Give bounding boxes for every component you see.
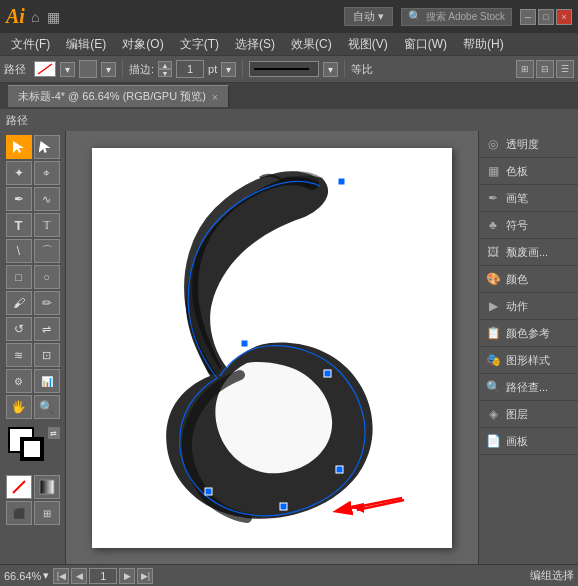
panel-actions[interactable]: ▶ 动作 xyxy=(479,293,578,320)
pencil-tool[interactable]: ✏ xyxy=(34,291,60,315)
next-page-button[interactable]: ▶ xyxy=(119,568,135,584)
stroke-unit-dropdown[interactable]: ▾ xyxy=(221,62,236,77)
menu-help[interactable]: 帮助(H) xyxy=(456,34,511,55)
zoom-tool[interactable]: 🔍 xyxy=(34,395,60,419)
paintbrush-tool[interactable]: 🖌 xyxy=(6,291,32,315)
panel-pathfinder-label: 路径查... xyxy=(506,380,548,395)
stroke-color-swatch[interactable] xyxy=(20,437,44,461)
type-vertical-tool[interactable]: 𝕋 xyxy=(34,213,60,237)
maximize-button[interactable]: □ xyxy=(538,9,554,25)
distribute-icon[interactable]: ☰ xyxy=(556,60,574,78)
panel-transparency-label: 透明度 xyxy=(506,137,539,152)
line-tools: \ ⌒ xyxy=(6,239,60,263)
tool-options-bar: 路径 ▾ ▾ 描边: ▲ ▼ 1 pt ▾ ▾ 等比 ⊞ ⊟ ☰ xyxy=(0,55,578,83)
graph-tool[interactable]: 📊 xyxy=(34,369,60,393)
minimize-button[interactable]: ─ xyxy=(520,9,536,25)
rectangle-tool[interactable]: □ xyxy=(6,265,32,289)
stroke-line-dropdown[interactable]: ▾ xyxy=(323,62,338,77)
auto-dropdown[interactable]: 自动 ▾ xyxy=(344,7,393,26)
warp-tool[interactable]: ≋ xyxy=(6,343,32,367)
stroke-value[interactable]: 1 xyxy=(176,60,204,78)
free-transform-tool[interactable]: ⊡ xyxy=(34,343,60,367)
menu-edit[interactable]: 编辑(E) xyxy=(59,34,113,55)
ellipse-tool[interactable]: ○ xyxy=(34,265,60,289)
page-nav: |◀ ◀ 1 ▶ ▶| xyxy=(53,568,153,584)
rotate-tool[interactable]: ↺ xyxy=(6,317,32,341)
panel-pathfinder[interactable]: 🔍 路径查... xyxy=(479,374,578,401)
menu-file[interactable]: 文件(F) xyxy=(4,34,57,55)
magic-wand-tool[interactable]: ✦ xyxy=(6,161,32,185)
arc-tool[interactable]: ⌒ xyxy=(34,239,60,263)
color-swatches: ⇄ xyxy=(6,427,60,471)
menu-object[interactable]: 对象(O) xyxy=(115,34,170,55)
view-tools: 🖐 🔍 xyxy=(6,395,60,419)
search-bar[interactable]: 🔍 搜索 Adobe Stock xyxy=(401,8,512,26)
panel-color-guide-label: 颜色参考 xyxy=(506,326,550,341)
zoom-indicator[interactable]: 66.64% ▾ xyxy=(4,569,49,582)
direct-selection-tool[interactable] xyxy=(34,135,60,159)
shape-option[interactable] xyxy=(79,60,97,78)
home-icon[interactable]: ⌂ xyxy=(31,9,39,25)
panel-color-label: 颜色 xyxy=(506,272,528,287)
anchor-point xyxy=(324,370,331,377)
menu-view[interactable]: 视图(V) xyxy=(341,34,395,55)
line-segment-tool[interactable]: \ xyxy=(6,239,32,263)
zoom-dropdown-arrow: ▾ xyxy=(43,569,49,582)
first-page-button[interactable]: |◀ xyxy=(53,568,69,584)
breadcrumb-text: 路径 xyxy=(6,113,28,128)
panel-brushes-label: 画笔 xyxy=(506,191,528,206)
prev-page-button[interactable]: ◀ xyxy=(71,568,87,584)
selection-tool[interactable] xyxy=(6,135,32,159)
screen-mode-button[interactable]: ⬛ xyxy=(6,501,32,525)
menu-window[interactable]: 窗口(W) xyxy=(397,34,454,55)
panel-color-guide[interactable]: 📋 颜色参考 xyxy=(479,320,578,347)
panel-layers[interactable]: ◈ 图层 xyxy=(479,401,578,428)
panel-swatches[interactable]: ▦ 色板 xyxy=(479,158,578,185)
panel-symbols[interactable]: ♣ 符号 xyxy=(479,212,578,239)
anchor-point xyxy=(338,178,345,185)
symbol-tool[interactable]: ⚙ xyxy=(6,369,32,393)
align-horizontal-icon[interactable]: ⊞ xyxy=(516,60,534,78)
panel-decay[interactable]: 🖼 颓废画... xyxy=(479,239,578,266)
document-tab[interactable]: 未标题-4* @ 66.64% (RGB/GPU 预览) × xyxy=(8,85,229,107)
curvature-tool[interactable]: ∿ xyxy=(34,187,60,211)
shape-dropdown[interactable]: ▾ xyxy=(101,62,116,77)
panel-artboards[interactable]: 📄 画板 xyxy=(479,428,578,455)
menu-select[interactable]: 选择(S) xyxy=(228,34,282,55)
panel-icon[interactable]: ▦ xyxy=(47,9,60,25)
last-page-button[interactable]: ▶| xyxy=(137,568,153,584)
anchor-point xyxy=(336,466,343,473)
menu-type[interactable]: 文字(T) xyxy=(173,34,226,55)
status-info: 编组选择 xyxy=(530,568,574,583)
pattern-button[interactable]: ⊞ xyxy=(34,501,60,525)
page-number[interactable]: 1 xyxy=(89,568,117,584)
panel-brushes[interactable]: ✒ 画笔 xyxy=(479,185,578,212)
gradient-button[interactable] xyxy=(34,475,60,499)
magic-tools: ✦ ⌖ xyxy=(6,161,60,185)
reflect-tool[interactable]: ⇌ xyxy=(34,317,60,341)
canvas-area[interactable] xyxy=(66,131,478,564)
fill-dropdown[interactable]: ▾ xyxy=(60,62,75,77)
none-fill-button[interactable] xyxy=(6,475,32,499)
svg-marker-2 xyxy=(39,141,52,153)
swap-colors-button[interactable]: ⇄ xyxy=(48,427,60,439)
fill-swatch[interactable] xyxy=(34,61,56,77)
brush-tools: 🖌 ✏ xyxy=(6,291,60,315)
close-button[interactable]: × xyxy=(556,9,572,25)
stroke-line-selector[interactable] xyxy=(249,61,319,77)
tab-close-button[interactable]: × xyxy=(212,91,218,103)
panel-transparency[interactable]: ◎ 透明度 xyxy=(479,131,578,158)
stroke-adjust[interactable]: ▲ ▼ xyxy=(158,61,172,77)
panel-color[interactable]: 🎨 颜色 xyxy=(479,266,578,293)
type-tool[interactable]: T xyxy=(6,213,32,237)
hand-tool[interactable]: 🖐 xyxy=(6,395,32,419)
lasso-tool[interactable]: ⌖ xyxy=(34,161,60,185)
svg-line-4 xyxy=(13,481,25,493)
panel-graphic-styles[interactable]: 🎭 图形样式 xyxy=(479,347,578,374)
menu-effect[interactable]: 效果(C) xyxy=(284,34,339,55)
panel-artboards-label: 画板 xyxy=(506,434,528,449)
align-vertical-icon[interactable]: ⊟ xyxy=(536,60,554,78)
right-panel: ◎ 透明度 ▦ 色板 ✒ 画笔 ♣ 符号 🖼 颓废画... 🎨 颜色 ▶ 动作 … xyxy=(478,131,578,564)
separator xyxy=(122,60,123,78)
pen-tool[interactable]: ✒ xyxy=(6,187,32,211)
